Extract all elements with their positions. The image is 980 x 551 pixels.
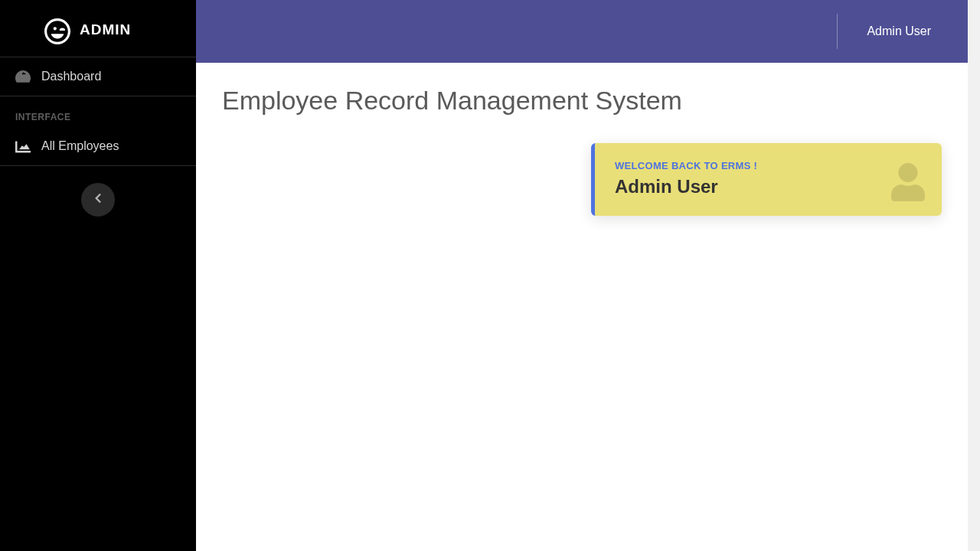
sidebar: ADMIN Dashboard INTERFACE All Employees: [0, 0, 196, 551]
main: Admin User Employee Record Management Sy…: [196, 0, 980, 551]
user-icon: [891, 163, 925, 197]
scrollbar[interactable]: [968, 0, 980, 551]
sidebar-item-all-employees[interactable]: All Employees: [0, 127, 196, 166]
topbar-user-menu[interactable]: Admin User: [837, 14, 931, 49]
sidebar-collapse-wrap: [0, 166, 196, 217]
page-title: Employee Record Management System: [222, 86, 942, 116]
welcome-card: WELCOME BACK TO ERMS ! Admin User: [591, 143, 942, 216]
laugh-wink-icon: [44, 18, 70, 44]
brand[interactable]: ADMIN: [0, 11, 196, 57]
welcome-heading: WELCOME BACK TO ERMS !: [615, 160, 922, 171]
welcome-username: Admin User: [615, 176, 922, 197]
card-row: WELCOME BACK TO ERMS ! Admin User: [222, 143, 942, 216]
chart-area-icon: [15, 139, 31, 153]
topbar-user-name: Admin User: [867, 24, 931, 38]
page-content: Employee Record Management System WELCOM…: [196, 63, 968, 239]
brand-text: ADMIN: [80, 21, 131, 38]
sidebar-item-label: All Employees: [41, 139, 119, 153]
sidebar-section-heading: INTERFACE: [0, 96, 196, 127]
tachometer-icon: [15, 70, 31, 83]
sidebar-item-dashboard[interactable]: Dashboard: [0, 57, 196, 96]
chevron-left-icon: [94, 193, 102, 207]
sidebar-collapse-button[interactable]: [81, 183, 115, 217]
sidebar-item-label: Dashboard: [41, 70, 101, 83]
topbar: Admin User: [196, 0, 968, 63]
